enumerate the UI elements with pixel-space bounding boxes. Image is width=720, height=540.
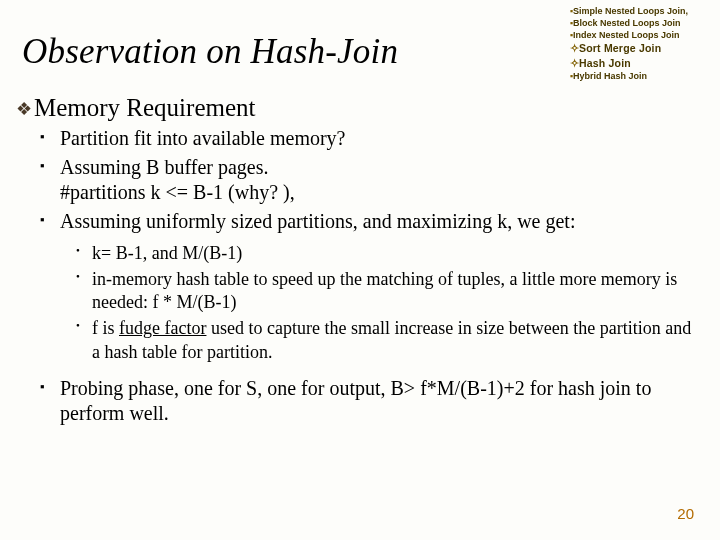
bullet-item: Partition fit into available memory?	[40, 126, 692, 152]
underlined-term: fudge factor	[119, 318, 206, 338]
toc-item: Index Nested Loops Join	[573, 30, 680, 40]
toc-item: Sort Merge Join	[579, 42, 661, 54]
bullet-item: Probing phase, one for S, one for output…	[40, 376, 692, 427]
toc-item: Hash Join	[579, 57, 631, 69]
bullet-item: Assuming uniformly sized partitions, and…	[40, 209, 692, 235]
page-number: 20	[677, 505, 694, 522]
sub-bullet-item: f is fudge factor used to capture the sm…	[76, 317, 692, 363]
diamond-icon: ❖	[16, 98, 34, 120]
sub-bullet-item: k= B-1, and M/(B-1)	[76, 242, 692, 265]
bullet-item: Assuming B buffer pages. #partitions k <…	[40, 155, 692, 206]
toc-item: Simple Nested Loops Join,	[573, 6, 688, 16]
section-heading: Memory Requirement	[34, 94, 255, 121]
sub-bullet-item: in-memory hash table to speed up the mat…	[76, 268, 692, 314]
toc-item: Hybrid Hash Join	[573, 71, 647, 81]
diamond-bullet-icon: ✧	[570, 57, 579, 69]
slide-title: Observation on Hash-Join	[22, 32, 398, 72]
topic-list: ▪Simple Nested Loops Join, ▪Block Nested…	[570, 5, 688, 82]
toc-item: Block Nested Loops Join	[573, 18, 681, 28]
section-heading-row: ❖Memory Requirement	[16, 94, 255, 122]
diamond-bullet-icon: ✧	[570, 42, 579, 54]
content-body: Partition fit into available memory? Ass…	[40, 126, 692, 430]
